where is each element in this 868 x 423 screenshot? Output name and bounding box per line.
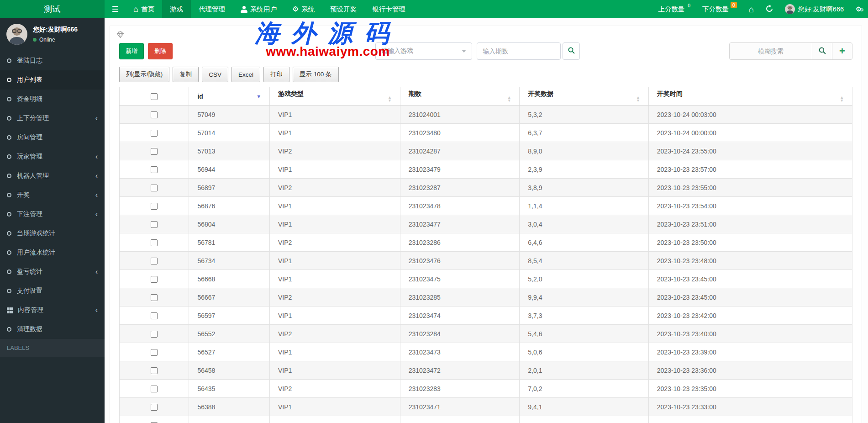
column-header-开奖数据[interactable]: ▲▼开奖数据	[520, 87, 648, 106]
up-score-link[interactable]: 上分数量0	[652, 0, 696, 18]
sidebar-item-11[interactable]: 用户流水统计	[0, 243, 105, 262]
sidebar-item-label: 当期游戏统计	[17, 229, 55, 238]
circle-icon	[7, 327, 11, 332]
table-row: 56804VIP12310234773,0,42023-10-23 23:51:…	[120, 215, 852, 233]
nav-item-2[interactable]: 游戏	[162, 0, 191, 18]
user-account-menu[interactable]: 您好:发财啊666	[779, 0, 850, 18]
column-header-id[interactable]: ▼id	[189, 87, 270, 106]
row-checkbox[interactable]	[151, 185, 158, 191]
row-checkbox[interactable]	[151, 331, 158, 338]
sidebar-item-label: 开奖	[17, 191, 30, 199]
nav-item-5[interactable]: ⚙系统	[284, 0, 322, 18]
home-shortcut-button[interactable]: ⌂	[743, 0, 760, 18]
circle-icon	[7, 58, 11, 63]
table-wrap: ▼id▲▼游戏类型▲▼期数▲▼开奖数据▲▼开奖时间 57049VIP123102…	[119, 87, 852, 423]
sidebar-item-6[interactable]: 玩家管理‹	[0, 147, 105, 166]
sidebar-item-2[interactable]: 用户列表	[0, 70, 105, 90]
select-all-checkbox[interactable]	[151, 93, 158, 100]
sidebar-item-4[interactable]: 上下分管理‹	[0, 109, 105, 128]
nav-item-7[interactable]: 银行卡管理	[364, 0, 413, 18]
row-checkbox[interactable]	[151, 404, 158, 411]
nav-item-1[interactable]: ⌂首页	[126, 0, 162, 18]
add-search-condition-button[interactable]: +	[832, 43, 852, 59]
row-checkbox[interactable]	[151, 239, 158, 246]
app-logo[interactable]: 测试	[0, 0, 105, 18]
toolbar-button-4[interactable]: Excel	[231, 67, 260, 82]
cell-开奖数据: 7,0,2	[520, 380, 648, 398]
search-button[interactable]	[563, 42, 580, 60]
row-select-cell	[120, 398, 189, 416]
sidebar-item-12[interactable]: 盈亏统计‹	[0, 262, 105, 281]
settings-button[interactable]: ⚙⚙	[850, 0, 868, 18]
nav-item-3[interactable]: 代理管理	[191, 0, 233, 18]
cell-期数: 231024001	[400, 106, 520, 124]
nav-item-6[interactable]: 预设开奖	[322, 0, 364, 18]
sidebar-item-7[interactable]: 机器人管理‹	[0, 166, 105, 185]
sidebar-item-label: 用户流水统计	[17, 249, 55, 257]
column-label: 游戏类型	[278, 90, 304, 97]
sidebar-item-label: 下注管理	[17, 210, 42, 218]
gears-icon: ⚙⚙	[856, 5, 862, 13]
column-header-开奖时间[interactable]: ▲▼开奖时间	[648, 87, 852, 106]
home-icon: ⌂	[749, 5, 754, 14]
delete-button[interactable]: 删除	[148, 43, 173, 59]
sidebar-toggle-icon[interactable]: ☰	[105, 0, 126, 18]
issue-input[interactable]	[477, 42, 561, 60]
game-select[interactable]: 请输入游戏	[375, 42, 472, 60]
sidebar-item-label: 清理数据	[17, 325, 42, 333]
toolbar-button-5[interactable]: 打印	[263, 67, 289, 82]
row-checkbox[interactable]	[151, 111, 158, 118]
row-checkbox[interactable]	[151, 130, 158, 137]
user-status[interactable]: Online	[33, 37, 78, 43]
add-button[interactable]: 新增	[119, 43, 144, 59]
sort-icon: ▲▼	[840, 96, 844, 103]
row-checkbox[interactable]	[151, 148, 158, 155]
fuzzy-search-input[interactable]	[730, 43, 812, 59]
refresh-button[interactable]	[760, 0, 779, 18]
row-checkbox[interactable]	[151, 203, 158, 210]
fuzzy-search-button[interactable]	[812, 43, 832, 59]
row-checkbox[interactable]	[151, 349, 158, 356]
sidebar-item-1[interactable]: 登陆日志	[0, 51, 105, 70]
up-score-label: 上分数量	[658, 5, 684, 14]
row-checkbox[interactable]	[151, 276, 158, 283]
cell-开奖数据: 8,5,4	[520, 252, 648, 270]
row-checkbox[interactable]	[151, 367, 158, 374]
sidebar-item-3[interactable]: 资金明细	[0, 90, 105, 109]
row-checkbox[interactable]	[151, 258, 158, 264]
row-checkbox[interactable]	[151, 312, 158, 319]
cell-期数: 231023472	[400, 361, 520, 380]
down-score-label: 下分数量	[702, 5, 729, 14]
cell-游戏类型: VIP1	[270, 124, 400, 142]
circle-icon	[7, 250, 11, 255]
sidebar-item-10[interactable]: 当期游戏统计	[0, 224, 105, 243]
sidebar-item-9[interactable]: 下注管理‹	[0, 205, 105, 224]
toolbar-button-1[interactable]: 列(显示/隐藏)	[119, 67, 169, 82]
sidebar-item-8[interactable]: 开奖‹	[0, 185, 105, 205]
sidebar-item-15[interactable]: 清理数据	[0, 320, 105, 339]
chevron-left-icon: ‹	[95, 270, 98, 274]
toolbar-button-6[interactable]: 显示 100 条	[293, 67, 339, 82]
sidebar-item-5[interactable]: 房间管理	[0, 128, 105, 147]
row-checkbox[interactable]	[151, 294, 158, 301]
row-checkbox[interactable]	[151, 166, 158, 173]
toolbar-button-3[interactable]: CSV	[202, 67, 228, 82]
chevron-left-icon: ‹	[95, 174, 98, 178]
cell-游戏类型: VIP1	[270, 252, 400, 270]
column-header-游戏类型[interactable]: ▲▼游戏类型	[270, 87, 400, 106]
results-table: ▼id▲▼游戏类型▲▼期数▲▼开奖数据▲▼开奖时间 57049VIP123102…	[119, 87, 852, 423]
sidebar-item-13[interactable]: 支付设置	[0, 281, 105, 301]
row-select-cell	[120, 307, 189, 325]
cell-开奖时间: 2023-10-23 23:33:00	[648, 398, 852, 416]
row-checkbox[interactable]	[151, 386, 158, 392]
toolbar-button-2[interactable]: 复制	[173, 67, 199, 82]
row-checkbox[interactable]	[151, 221, 158, 228]
cell-期数: 231023283	[400, 380, 520, 398]
down-score-link[interactable]: 下分数量0	[696, 0, 743, 18]
sidebar-item-14[interactable]: 内容管理‹	[0, 301, 105, 320]
table-row: 56435VIP22310232837,0,22023-10-23 23:35:…	[120, 380, 852, 398]
cell-开奖数据: 6,3,7	[520, 124, 648, 142]
nav-item-4[interactable]: 系统用户	[233, 0, 284, 18]
column-header-期数[interactable]: ▲▼期数	[400, 87, 520, 106]
cell-游戏类型: VIP1	[270, 343, 400, 361]
